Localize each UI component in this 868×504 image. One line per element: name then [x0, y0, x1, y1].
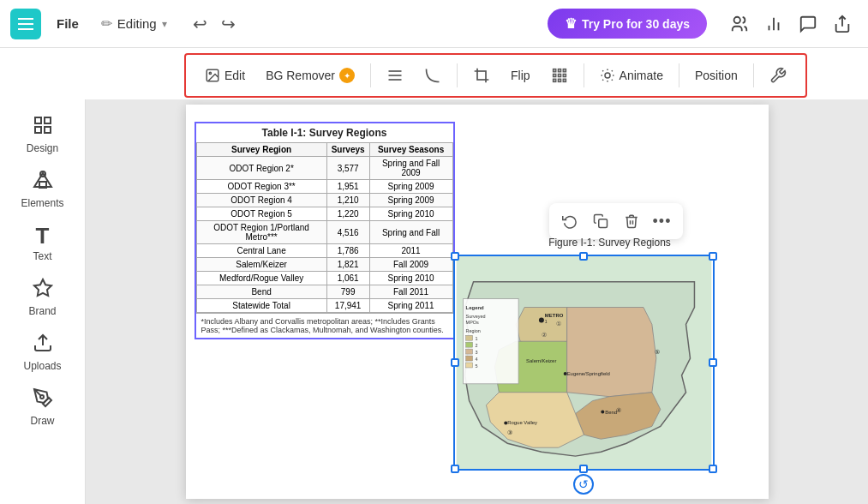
table-cell-7-2: Spring 2010	[369, 272, 452, 285]
sidebar-item-design[interactable]: Design	[9, 108, 77, 161]
svg-rect-14	[553, 74, 555, 76]
brand-icon	[33, 278, 53, 302]
svg-rect-11	[553, 69, 555, 72]
share-button[interactable]	[827, 9, 858, 39]
edit-button[interactable]: Edit	[196, 63, 254, 88]
table-cell-3-1: 1,220	[326, 207, 369, 221]
table-row: ODOT Region 41,210Spring 2009	[196, 194, 452, 207]
resize-handle-bc[interactable]	[579, 465, 588, 473]
table-cell-1-0: ODOT Region 3**	[196, 180, 326, 194]
svg-rect-48	[465, 349, 472, 354]
table-row: Salem/Keizer1,821Fall 2009	[196, 258, 452, 272]
resize-handle-br[interactable]	[709, 465, 717, 473]
pro-button[interactable]: ♛ Try Pro for 30 days	[548, 9, 707, 39]
table-row: ODOT Region 2*3,577Spring and Fall 2009	[196, 157, 452, 180]
svg-rect-44	[465, 335, 472, 340]
undo-redo-group: ↩ ↪	[188, 10, 241, 38]
flip-button[interactable]: Flip	[502, 63, 539, 87]
uploads-icon	[33, 333, 53, 357]
svg-rect-17	[553, 79, 555, 81]
separator4	[679, 63, 679, 87]
pattern-button[interactable]	[542, 62, 577, 89]
position-button[interactable]: Position	[686, 63, 746, 87]
svg-rect-21	[35, 117, 41, 123]
more-tools-button[interactable]	[761, 62, 795, 89]
svg-point-65	[504, 421, 507, 424]
table-cell-6-0: Salem/Keizer	[196, 258, 326, 272]
table-row: Medford/Rogue Valley1,061Spring 2010	[196, 272, 452, 285]
table-cell-9-2: Spring 2011	[369, 299, 452, 313]
animate-button[interactable]: Animate	[591, 63, 672, 88]
svg-text:4: 4	[475, 357, 477, 362]
people-button[interactable]	[724, 9, 755, 39]
table-cell-9-0: Statewide Total	[196, 299, 326, 313]
canvas-area[interactable]: Table I-1: Survey Regions Survey Region …	[86, 99, 868, 504]
table-cell-1-2: Spring 2009	[369, 180, 452, 194]
resize-handle-tc[interactable]	[579, 252, 588, 261]
table-element[interactable]: Table I-1: Survey Regions Survey Region …	[195, 122, 455, 339]
undo-button[interactable]: ↩	[188, 10, 213, 38]
copy-button[interactable]	[587, 207, 614, 235]
image-toolbar: Edit BG Remover ✦ Flip	[184, 53, 807, 98]
sidebar-item-draw[interactable]: Draw	[9, 381, 77, 434]
rotate-handle[interactable]: ↺	[573, 474, 594, 495]
col-header-surveys: Surveys	[326, 143, 369, 157]
sidebar-item-text[interactable]: T Text	[9, 218, 77, 269]
resize-handle-ml[interactable]	[451, 358, 459, 367]
editing-icon: ✏	[101, 15, 112, 32]
svg-rect-22	[45, 117, 51, 123]
resize-handle-mr[interactable]	[709, 358, 717, 367]
svg-rect-19	[563, 79, 566, 81]
table-row: ODOT Region 51,220Spring 2010	[196, 207, 452, 221]
table-cell-5-2: 2011	[369, 244, 452, 258]
crown-icon: ♛	[565, 15, 577, 32]
chat-button[interactable]	[793, 9, 823, 39]
survey-table: Survey Region Surveys Survey Seasons ODO…	[196, 142, 453, 313]
table-cell-9-1: 17,941	[326, 299, 369, 313]
resize-handle-tr[interactable]	[709, 252, 717, 261]
sidebar: Design Elements T Text Brand	[0, 99, 86, 504]
resize-handle-bl[interactable]	[451, 465, 459, 473]
editing-button[interactable]: ✏ Editing ▾	[94, 10, 174, 37]
chart-button[interactable]	[758, 9, 789, 39]
svg-rect-46	[465, 342, 472, 347]
map-selection-box[interactable]: ↺	[453, 255, 715, 471]
table-cell-3-0: ODOT Region 5	[196, 207, 326, 221]
bg-remover-button[interactable]: BG Remover ✦	[257, 63, 363, 88]
map-image: Legend Surveyed MPOs Region 1 2 3 4 5	[455, 256, 713, 469]
sidebar-item-brand[interactable]: Brand	[9, 271, 77, 324]
menu-button[interactable]	[10, 9, 41, 39]
table-row: Statewide Total17,941Spring 2011	[196, 299, 452, 313]
svg-rect-31	[598, 219, 607, 228]
table-cell-3-2: Spring 2010	[369, 207, 452, 221]
refresh-button[interactable]	[556, 207, 584, 235]
file-button[interactable]: File	[48, 11, 87, 36]
text-icon: T	[36, 225, 50, 247]
table-row: ODOT Region 1/Portland Metro***4,516Spri…	[196, 221, 452, 244]
svg-text:Region: Region	[465, 328, 480, 333]
more-options-button[interactable]: •••	[649, 207, 676, 235]
svg-text:Salem/Keizer: Salem/Keizer	[526, 358, 556, 363]
delete-button[interactable]	[618, 207, 645, 235]
crop-button[interactable]	[464, 62, 499, 89]
corner-button[interactable]	[416, 62, 450, 89]
sidebar-item-elements[interactable]: Elements	[9, 163, 77, 216]
svg-rect-24	[35, 127, 41, 133]
separator	[370, 63, 371, 87]
svg-marker-26	[34, 173, 51, 187]
svg-point-61	[601, 411, 604, 414]
svg-rect-15	[558, 74, 560, 76]
table-caption: Table I-1: Survey Regions	[196, 123, 453, 142]
col-header-seasons: Survey Seasons	[369, 143, 452, 157]
svg-rect-18	[558, 79, 560, 81]
redo-button[interactable]: ↪	[216, 10, 241, 38]
main-area: Design Elements T Text Brand	[0, 99, 868, 504]
sidebar-item-uploads[interactable]: Uploads	[9, 326, 77, 379]
svg-point-59	[563, 372, 566, 375]
resize-handle-tl[interactable]	[451, 252, 459, 261]
align-button[interactable]	[378, 62, 412, 89]
table-cell-2-2: Spring 2009	[369, 194, 452, 207]
table-cell-8-1: 799	[326, 285, 369, 299]
svg-text:2: 2	[475, 343, 477, 348]
svg-text:①: ①	[555, 321, 560, 327]
